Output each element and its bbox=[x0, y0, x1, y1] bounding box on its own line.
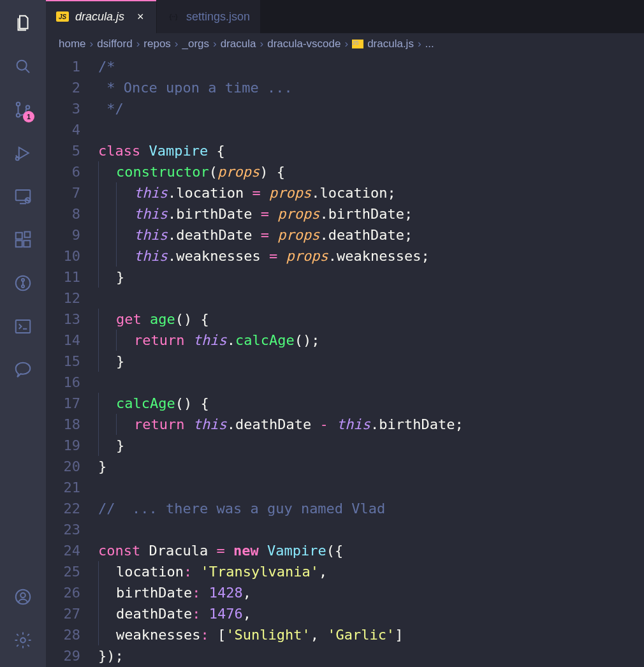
code-line[interactable]: this.weaknesses = props.weaknesses; bbox=[98, 246, 644, 267]
token-prop: location bbox=[176, 185, 244, 201]
debug-icon[interactable] bbox=[8, 138, 38, 168]
code-line[interactable]: birthDate: 1428, bbox=[98, 582, 644, 603]
token-sp bbox=[140, 143, 149, 159]
close-icon[interactable]: × bbox=[135, 11, 146, 22]
code-line[interactable]: } bbox=[98, 351, 644, 372]
code-line[interactable]: */ bbox=[98, 98, 644, 119]
code-line[interactable]: return this.calcAge(); bbox=[98, 330, 644, 351]
line-number: 10 bbox=[46, 246, 80, 267]
line-number: 13 bbox=[46, 309, 80, 330]
search-icon[interactable] bbox=[8, 51, 38, 82]
chevron-right-icon: › bbox=[213, 38, 217, 50]
token-sp bbox=[269, 206, 277, 222]
tab-settings-json[interactable]: {··} settings.json bbox=[157, 0, 261, 33]
comment-icon[interactable] bbox=[8, 355, 38, 385]
token-sp bbox=[225, 543, 233, 559]
code-line[interactable]: class Vampire { bbox=[98, 140, 644, 161]
token-prop: deathDate bbox=[116, 606, 192, 622]
files-icon[interactable] bbox=[8, 8, 38, 38]
token-prop: birthDate bbox=[328, 206, 404, 222]
token-prop: birthDate bbox=[176, 206, 252, 222]
token-punct: ({ bbox=[326, 543, 344, 559]
token-string: 'Transylvania' bbox=[200, 564, 318, 580]
token-comment: /* bbox=[98, 59, 115, 75]
svg-point-16 bbox=[20, 593, 26, 598]
code-line[interactable] bbox=[98, 119, 644, 140]
token-prop: weaknesses bbox=[337, 248, 421, 264]
code-line[interactable]: // ... there was a guy named Vlad bbox=[98, 498, 644, 519]
code-line[interactable] bbox=[98, 519, 644, 540]
code-line[interactable] bbox=[98, 288, 644, 309]
line-number: 12 bbox=[46, 288, 80, 309]
tab-label: dracula.js bbox=[75, 10, 124, 24]
token-punct: ; bbox=[387, 185, 395, 201]
token-sp bbox=[192, 564, 200, 580]
code-editor[interactable]: 1234567891011121314151617181920212223242… bbox=[46, 55, 644, 667]
code-line[interactable]: } bbox=[98, 456, 644, 477]
settings-gear-icon[interactable] bbox=[8, 625, 38, 656]
chevron-right-icon: › bbox=[175, 38, 179, 50]
code-line[interactable]: deathDate: 1476, bbox=[98, 603, 644, 624]
code-line[interactable]: this.location = props.location; bbox=[98, 182, 644, 203]
token-punct: ; bbox=[404, 227, 413, 243]
code-line[interactable]: this.deathDate = props.deathDate; bbox=[98, 224, 644, 246]
code-line[interactable]: * Once upon a time ... bbox=[98, 77, 644, 98]
line-number: 15 bbox=[46, 351, 80, 372]
breadcrumb[interactable]: home›dsifford›repos›_orgs›dracula›dracul… bbox=[46, 33, 644, 55]
code-line[interactable]: this.birthDate = props.birthDate; bbox=[98, 203, 644, 224]
code-line[interactable]: /* bbox=[98, 56, 644, 77]
breadcrumb-file[interactable]: JSdracula.js bbox=[352, 38, 414, 50]
svg-point-0 bbox=[17, 61, 27, 70]
breadcrumb-more[interactable]: ... bbox=[425, 38, 434, 50]
token-func: age bbox=[150, 311, 175, 327]
code-line[interactable]: location: 'Transylvania', bbox=[98, 561, 644, 582]
breadcrumb-segment[interactable]: dracula bbox=[221, 38, 256, 50]
token-prop: weaknesses bbox=[116, 627, 200, 643]
breadcrumb-segment[interactable]: dracula-vscode bbox=[267, 38, 340, 50]
code-line[interactable] bbox=[98, 372, 644, 393]
svg-point-13 bbox=[22, 285, 24, 288]
breadcrumb-segment[interactable]: home bbox=[59, 38, 86, 50]
code-line[interactable]: calcAge() { bbox=[98, 393, 644, 414]
indent-guide bbox=[98, 309, 116, 330]
code-line[interactable] bbox=[98, 477, 644, 498]
svg-point-1 bbox=[17, 103, 20, 106]
token-sp bbox=[277, 248, 286, 264]
token-param: props bbox=[277, 206, 319, 222]
code-line[interactable]: } bbox=[98, 435, 644, 456]
token-sp bbox=[261, 248, 269, 264]
line-number: 1 bbox=[46, 56, 80, 77]
code-line[interactable]: get age() { bbox=[98, 309, 644, 330]
token-param: props bbox=[286, 248, 328, 264]
token-this: this bbox=[134, 248, 168, 264]
token-punct: [ bbox=[217, 627, 226, 643]
token-this: this bbox=[134, 185, 168, 201]
token-param: props bbox=[217, 164, 260, 180]
remote-explorer-icon[interactable] bbox=[8, 181, 38, 212]
code-line[interactable]: }); bbox=[98, 645, 644, 666]
code-line[interactable]: const Dracula = new Vampire({ bbox=[98, 540, 644, 561]
account-icon[interactable] bbox=[8, 582, 38, 612]
gitlens-icon[interactable] bbox=[8, 268, 38, 298]
code-line[interactable]: return this.deathDate - this.birthDate; bbox=[98, 414, 644, 435]
line-number: 4 bbox=[46, 119, 80, 140]
chevron-right-icon: › bbox=[90, 38, 94, 50]
token-sp bbox=[328, 416, 337, 432]
breadcrumb-segment[interactable]: dsifford bbox=[97, 38, 132, 50]
token-punct: { bbox=[216, 143, 224, 159]
breadcrumb-segment[interactable]: _orgs bbox=[182, 38, 210, 50]
code-line[interactable]: } bbox=[98, 267, 644, 288]
source-control-icon[interactable]: 1 bbox=[8, 94, 38, 125]
code-content[interactable]: /* * Once upon a time ... */class Vampir… bbox=[98, 56, 644, 667]
tab-dracula-js[interactable]: JS dracula.js × bbox=[46, 0, 157, 33]
indent-guide bbox=[98, 435, 116, 456]
terminal-icon[interactable] bbox=[8, 311, 38, 342]
line-number: 21 bbox=[46, 477, 80, 498]
extensions-icon[interactable] bbox=[8, 224, 38, 255]
indent-guide bbox=[98, 203, 116, 224]
code-line[interactable]: weaknesses: ['Sunlight', 'Garlic'] bbox=[98, 624, 644, 645]
code-line[interactable]: constructor(props) { bbox=[98, 161, 644, 182]
breadcrumb-segment[interactable]: repos bbox=[143, 38, 171, 50]
svg-point-12 bbox=[22, 279, 24, 281]
token-prop: birthDate bbox=[379, 416, 455, 432]
